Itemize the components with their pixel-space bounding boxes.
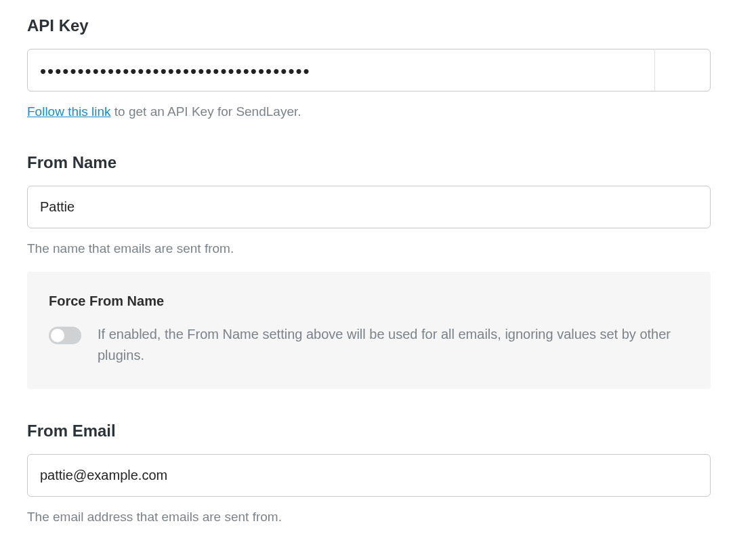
from-email-input[interactable] xyxy=(27,454,711,497)
api-key-section: API Key Follow this link to get an API K… xyxy=(27,16,729,121)
api-key-label: API Key xyxy=(27,16,729,35)
from-name-label: From Name xyxy=(27,153,729,172)
api-key-input[interactable] xyxy=(27,49,711,91)
from-email-help: The email address that emails are sent f… xyxy=(27,509,729,526)
from-email-label: From Email xyxy=(27,422,729,441)
api-key-input-wrap xyxy=(27,49,711,91)
force-from-name-desc: If enabled, the From Name setting above … xyxy=(98,324,689,366)
api-key-help-rest: to get an API Key for SendLayer. xyxy=(111,104,301,119)
toggle-knob xyxy=(51,329,64,342)
from-name-input[interactable] xyxy=(27,186,711,228)
from-name-input-wrap xyxy=(27,186,711,228)
force-from-name-label: Force From Name xyxy=(49,293,689,309)
from-email-section: From Email The email address that emails… xyxy=(27,422,729,526)
from-name-section: From Name The name that emails are sent … xyxy=(27,153,729,390)
force-from-name-row: If enabled, the From Name setting above … xyxy=(49,324,689,366)
api-key-help-link[interactable]: Follow this link xyxy=(27,104,111,119)
from-email-input-wrap xyxy=(27,454,711,497)
force-from-name-toggle[interactable] xyxy=(49,327,81,344)
api-key-divider xyxy=(654,49,655,91)
from-name-help: The name that emails are sent from. xyxy=(27,241,729,258)
force-from-name-panel: Force From Name If enabled, the From Nam… xyxy=(27,272,711,389)
api-key-help: Follow this link to get an API Key for S… xyxy=(27,104,729,121)
